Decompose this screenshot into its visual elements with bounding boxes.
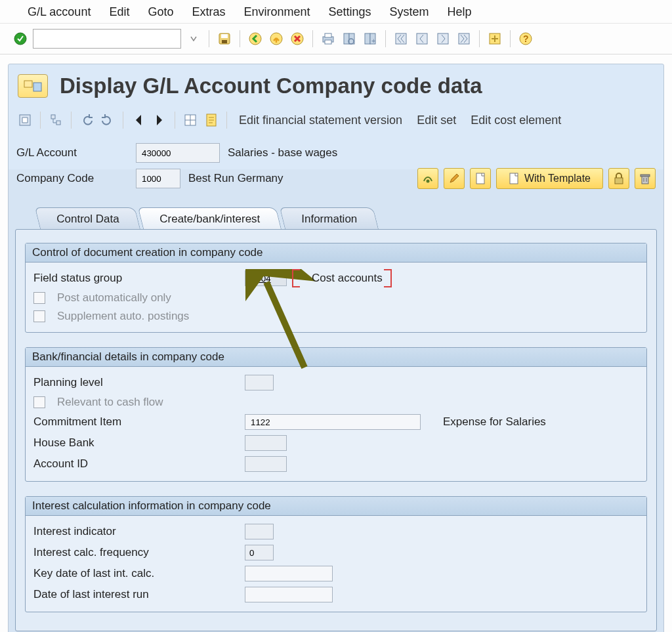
menu-bar: G/L account Edit Goto Extras Environment… bbox=[0, 0, 672, 24]
svg-rect-24 bbox=[24, 81, 32, 87]
new-session-icon[interactable] bbox=[486, 30, 503, 47]
last-run-value[interactable] bbox=[245, 587, 333, 602]
cancel-icon[interactable] bbox=[289, 30, 306, 47]
company-code-desc: Best Run Germany bbox=[188, 172, 284, 185]
key-date-value[interactable] bbox=[245, 566, 333, 581]
next-page-icon[interactable] bbox=[434, 30, 452, 47]
group-document-control-title: Control of document creation in company … bbox=[26, 243, 646, 263]
with-template-button[interactable]: With Template bbox=[496, 168, 603, 189]
gl-account-value[interactable] bbox=[136, 143, 220, 163]
svg-rect-25 bbox=[33, 83, 41, 91]
post-automatically-checkbox bbox=[33, 292, 45, 304]
supplement-postings-label: Supplement auto. postings bbox=[57, 310, 189, 323]
key-date-label: Key date of last int. calc. bbox=[33, 567, 237, 580]
svg-rect-9 bbox=[325, 40, 331, 44]
menu-help[interactable]: Help bbox=[448, 5, 472, 19]
svg-rect-33 bbox=[510, 173, 518, 184]
gl-account-desc: Salaries - base wages bbox=[228, 146, 337, 159]
menu-settings[interactable]: Settings bbox=[329, 5, 371, 19]
menu-extras[interactable]: Extras bbox=[192, 5, 225, 19]
menu-gl-account[interactable]: G/L account bbox=[28, 5, 91, 19]
interest-indicator-label: Interest indicator bbox=[33, 525, 237, 538]
undo-icon[interactable] bbox=[78, 112, 95, 129]
content-area: Display G/L Account Company code data Ed… bbox=[8, 64, 664, 632]
group-interest-calc-title: Interest calculation information in comp… bbox=[26, 497, 646, 516]
tab-control-data[interactable]: Control Data bbox=[35, 207, 141, 230]
prev-page-icon[interactable] bbox=[413, 30, 430, 47]
company-code-value[interactable] bbox=[136, 169, 180, 188]
svg-rect-18 bbox=[438, 33, 448, 44]
svg-rect-32 bbox=[476, 173, 484, 184]
cashflow-label: Relevant to cash flow bbox=[57, 396, 163, 409]
svg-rect-8 bbox=[325, 33, 331, 37]
interest-frequency-value[interactable] bbox=[245, 545, 274, 560]
menu-goto[interactable]: Goto bbox=[148, 5, 173, 19]
annotation-bracket-left bbox=[292, 269, 300, 287]
page-title: Display G/L Account Company code data bbox=[60, 74, 482, 98]
field-status-group-value[interactable] bbox=[245, 270, 287, 286]
prev-item-icon[interactable] bbox=[130, 112, 147, 129]
svg-rect-34 bbox=[615, 178, 623, 184]
find-next-icon[interactable]: + bbox=[362, 30, 379, 47]
svg-point-4 bbox=[249, 33, 261, 45]
commitment-item-value[interactable] bbox=[245, 414, 421, 430]
tab-create-bank-interest[interactable]: Create/bank/interest bbox=[138, 207, 282, 230]
last-run-label: Date of last interest run bbox=[33, 588, 237, 601]
planning-level-label: Planning level bbox=[33, 376, 237, 389]
supplement-postings-checkbox bbox=[33, 310, 45, 322]
account-id-value[interactable] bbox=[245, 456, 287, 472]
menu-edit[interactable]: Edit bbox=[109, 5, 129, 19]
commitment-item-desc: Expense for Salaries bbox=[443, 415, 546, 429]
planning-level-value[interactable] bbox=[245, 375, 274, 390]
help-icon[interactable]: ? bbox=[517, 30, 534, 47]
dropdown-icon[interactable] bbox=[185, 30, 202, 47]
tab-strip: Control Data Create/bank/interest Inform… bbox=[37, 206, 657, 230]
svg-rect-2 bbox=[221, 34, 228, 38]
back-icon[interactable] bbox=[247, 30, 264, 47]
field-status-group-label: Field status group bbox=[33, 272, 237, 285]
save-icon[interactable] bbox=[216, 30, 233, 47]
tree-on-icon[interactable] bbox=[47, 112, 64, 129]
other-account-icon[interactable] bbox=[16, 112, 33, 129]
command-field[interactable] bbox=[33, 29, 181, 49]
tab-content: Control of document creation in company … bbox=[15, 229, 657, 631]
trash-icon[interactable] bbox=[635, 168, 656, 189]
svg-text:+: + bbox=[371, 37, 375, 45]
annotation-bracket-right bbox=[384, 269, 392, 287]
print-icon[interactable] bbox=[320, 30, 337, 47]
menu-system[interactable]: System bbox=[390, 5, 429, 19]
house-bank-value[interactable] bbox=[245, 435, 287, 451]
next-item-icon[interactable] bbox=[151, 112, 168, 129]
edit-fsv-link[interactable]: Edit financial statement version bbox=[239, 114, 402, 127]
application-toolbar: Edit financial statement version Edit se… bbox=[15, 109, 657, 137]
group-bank-financial: Bank/financial details in company code P… bbox=[25, 347, 647, 482]
last-page-icon[interactable] bbox=[455, 30, 472, 47]
change-log-icon[interactable] bbox=[203, 112, 220, 129]
lock-icon[interactable] bbox=[608, 168, 629, 189]
edit-set-link[interactable]: Edit set bbox=[417, 114, 456, 127]
menu-environment[interactable]: Environment bbox=[243, 5, 310, 19]
object-icon[interactable] bbox=[18, 74, 48, 98]
company-code-label: Company Code bbox=[16, 172, 128, 185]
find-icon[interactable] bbox=[341, 30, 358, 47]
svg-point-31 bbox=[426, 180, 429, 183]
svg-rect-3 bbox=[222, 40, 227, 43]
display-change-icon[interactable] bbox=[417, 168, 438, 189]
edit-pencil-icon[interactable] bbox=[444, 168, 465, 189]
edit-cost-element-link[interactable]: Edit cost element bbox=[471, 114, 561, 127]
where-used-icon[interactable] bbox=[182, 112, 199, 129]
enter-icon[interactable] bbox=[12, 30, 29, 47]
redo-icon[interactable] bbox=[99, 112, 116, 129]
exit-icon[interactable] bbox=[268, 30, 285, 47]
first-page-icon[interactable] bbox=[392, 30, 410, 47]
with-template-label: With Template bbox=[524, 173, 591, 184]
commitment-item-label: Commitment Item bbox=[33, 415, 237, 429]
document-icon bbox=[509, 173, 519, 184]
new-doc-icon[interactable] bbox=[470, 168, 491, 189]
tab-information[interactable]: Information bbox=[279, 207, 379, 230]
svg-rect-36 bbox=[640, 175, 650, 177]
interest-indicator-value[interactable] bbox=[245, 524, 274, 539]
cashflow-checkbox bbox=[33, 396, 45, 408]
house-bank-label: House Bank bbox=[33, 436, 237, 450]
svg-rect-35 bbox=[642, 176, 648, 184]
